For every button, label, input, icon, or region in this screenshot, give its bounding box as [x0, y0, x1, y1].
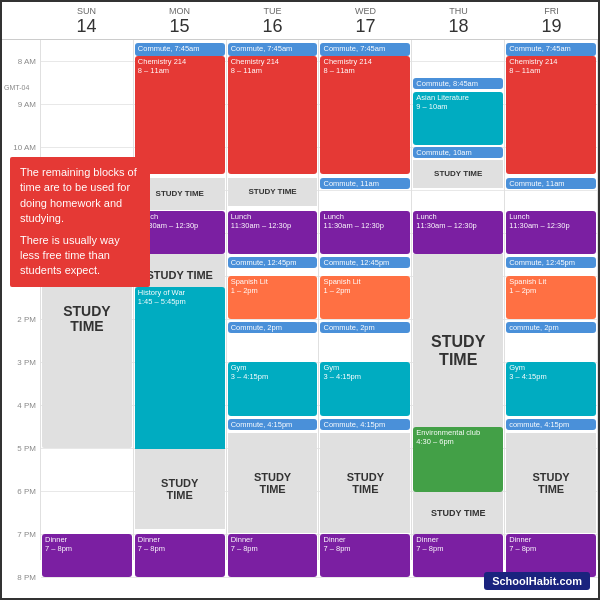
- study-text-wed-big: STUDYTIME: [347, 471, 384, 495]
- chem-wed: Chemistry 2148 – 11am: [320, 56, 410, 174]
- time-3pm: 3 PM: [17, 358, 36, 367]
- commute-wed-1245: Commute, 12:45pm: [320, 257, 410, 268]
- lunch-wed: Lunch11:30am – 12:30p: [320, 211, 410, 254]
- day-num-mon: 15: [135, 16, 224, 37]
- day-col-sun: STUDYTIME Dinner7 – 8pm: [41, 40, 134, 560]
- lunch-thu: Lunch11:30am – 12:30p: [413, 211, 503, 254]
- calendar-header: SUN 14 MON 15 TUE 16 WED 17 THU 18 FRI 1…: [2, 2, 598, 40]
- study-text-thu-big: STUDYTIME: [431, 333, 485, 368]
- day-col-tue: Commute, 7:45am Chemistry 2148 – 11am ST…: [227, 40, 320, 560]
- study-text-mon-big: STUDYTIME: [161, 477, 198, 501]
- dinner-tue: Dinner7 – 8pm: [228, 534, 318, 577]
- day-col-thu: Commute, 8:45am Asian Literature9 – 10am…: [412, 40, 505, 560]
- time-5pm: 5 PM: [17, 444, 36, 453]
- spanish-wed: Spanish Lit1 – 2pm: [320, 276, 410, 319]
- commute-thu-10: Commute, 10am: [413, 147, 503, 158]
- day-num-sun: 14: [42, 16, 131, 37]
- dinner-wed: Dinner7 – 8pm: [320, 534, 410, 577]
- day-header-tue: TUE 16: [226, 2, 319, 39]
- commute-tue-morning: Commute, 7:45am: [228, 43, 318, 56]
- time-8am: 8 AM: [18, 57, 36, 66]
- time-9am: 9 AM: [18, 100, 36, 109]
- study-block-fri-big: STUDYTIME: [506, 433, 596, 533]
- day-name-fri: FRI: [507, 6, 596, 16]
- day-name-thu: THU: [414, 6, 503, 16]
- commute-fri-1245: Commute, 12:45pm: [506, 257, 596, 268]
- day-num-tue: 16: [228, 16, 317, 37]
- day-header-thu: THU 18: [412, 2, 505, 39]
- time-2pm: 2 PM: [17, 315, 36, 324]
- time-6pm: 6 PM: [17, 487, 36, 496]
- gym-fri: Gym3 – 4:15pm: [506, 362, 596, 416]
- dinner-mon: Dinner7 – 8pm: [135, 534, 225, 577]
- time-4pm: 4 PM: [17, 401, 36, 410]
- commute-thu-845: Commute, 8:45am: [413, 78, 503, 89]
- commute-mon-morning: Commute, 7:45am: [135, 43, 225, 56]
- day-header-wed: WED 17: [319, 2, 412, 39]
- study-block-thu-big: STUDYTIME: [413, 254, 503, 448]
- time-7pm: 7 PM: [17, 530, 36, 539]
- dinner-sun: Dinner7 – 8pm: [42, 534, 132, 577]
- day-num-wed: 17: [321, 16, 410, 37]
- study-block-tue-big: STUDYTIME: [228, 433, 318, 533]
- overlay-text-1: The remaining blocks of time are to be u…: [20, 165, 140, 227]
- gym-wed: Gym3 – 4:15pm: [320, 362, 410, 416]
- time-8pm: 8 PM: [17, 573, 36, 582]
- day-col-mon: Commute, 7:45am Chemistry 2148 – 11am ST…: [134, 40, 227, 560]
- day-name-mon: MON: [135, 6, 224, 16]
- study-block-tue-1: STUDY TIME: [228, 178, 318, 206]
- dinner-thu: Dinner7 – 8pm: [413, 534, 503, 577]
- commute-tue-1245: Commute, 12:45pm: [228, 257, 318, 268]
- chem-tue: Chemistry 2148 – 11am: [228, 56, 318, 174]
- study-block-thu-eve: STUDY TIME: [413, 492, 503, 535]
- enviro-thu: Environmental club4:30 – 6pm: [413, 427, 503, 492]
- study-text-thu-1: STUDY TIME: [434, 170, 482, 179]
- lunch-fri: Lunch11:30am – 12:30p: [506, 211, 596, 254]
- time-grid: 8 AM 9 AM 10 AM 11 AM 12 PM 1 PM 2 PM 3 …: [2, 40, 598, 560]
- study-text-mon-2: STUDY TIME: [147, 269, 213, 281]
- day-header-mon: MON 15: [133, 2, 226, 39]
- study-text-thu-eve: STUDY TIME: [431, 509, 485, 519]
- study-text-mon-1: STUDY TIME: [156, 190, 204, 199]
- time-10am: 10 AM: [13, 143, 36, 152]
- day-header-fri: FRI 19: [505, 2, 598, 39]
- day-col-fri: Commute, 7:45am Chemistry 2148 – 11am Co…: [505, 40, 598, 560]
- commute-fri-morning: Commute, 7:45am: [506, 43, 596, 56]
- study-text-tue-big: STUDYTIME: [254, 471, 291, 495]
- commute-wed-2pm: Commute, 2pm: [320, 322, 410, 333]
- day-num-fri: 19: [507, 16, 596, 37]
- dinner-fri: Dinner7 – 8pm: [506, 534, 596, 577]
- spanish-tue: Spanish Lit1 – 2pm: [228, 276, 318, 319]
- commute-fri-2pm: commute, 2pm: [506, 322, 596, 333]
- day-name-wed: WED: [321, 6, 410, 16]
- study-block-wed-big: STUDYTIME: [320, 433, 410, 533]
- study-text-tue-1: STUDY TIME: [248, 188, 296, 197]
- chem-fri: Chemistry 2148 – 11am: [506, 56, 596, 174]
- commute-tue-2pm: Commute, 2pm: [228, 322, 318, 333]
- time-labels: 8 AM 9 AM 10 AM 11 AM 12 PM 1 PM 2 PM 3 …: [2, 40, 40, 560]
- gym-tue: Gym3 – 4:15pm: [228, 362, 318, 416]
- day-name-tue: TUE: [228, 6, 317, 16]
- asian-lit-thu: Asian Literature9 – 10am: [413, 92, 503, 145]
- study-text-sun: STUDYTIME: [63, 304, 110, 335]
- overlay-text-2: There is usually way less free time than…: [20, 233, 140, 279]
- lunch-tue: Lunch11:30am – 12:30p: [228, 211, 318, 254]
- commute-wed-415: Commute, 4:15pm: [320, 419, 410, 430]
- commute-wed-11: Commute, 11am: [320, 178, 410, 189]
- history-mon: History of War1:45 – 5:45pm: [135, 287, 225, 459]
- calendar-container: SUN 14 MON 15 TUE 16 WED 17 THU 18 FRI 1…: [0, 0, 600, 600]
- spanish-fri: Spanish Lit1 – 2pm: [506, 276, 596, 319]
- study-block-mon-big: STUDYTIME: [135, 449, 225, 529]
- commute-wed-morning: Commute, 7:45am: [320, 43, 410, 56]
- study-text-fri-big: STUDYTIME: [532, 471, 569, 495]
- day-header-sun: SUN 14: [40, 2, 133, 39]
- day-num-thu: 18: [414, 16, 503, 37]
- day-col-wed: Commute, 7:45am Chemistry 2148 – 11am Co…: [319, 40, 412, 560]
- commute-tue-415: Commute, 4:15pm: [228, 419, 318, 430]
- grid-columns: STUDYTIME Dinner7 – 8pm Commute, 7:45am …: [40, 40, 598, 560]
- overlay-message: The remaining blocks of time are to be u…: [10, 157, 150, 287]
- commute-fri-415: commute, 4:15pm: [506, 419, 596, 430]
- study-block-thu-1: STUDY TIME: [413, 160, 503, 188]
- commute-fri-11: Commute, 11am: [506, 178, 596, 189]
- watermark: SchoolHabit.com: [484, 572, 590, 590]
